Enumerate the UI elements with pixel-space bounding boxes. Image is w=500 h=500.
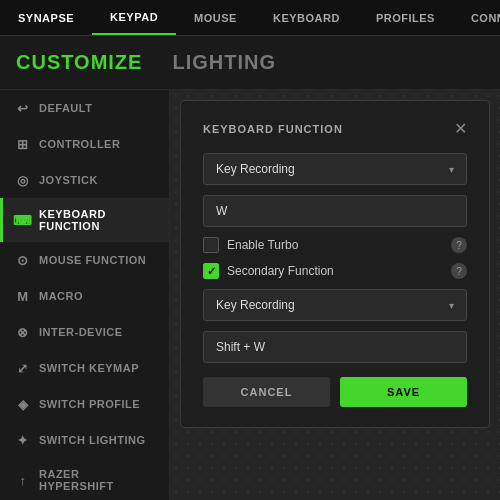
secondary-function-help-icon[interactable]: ? [451, 263, 467, 279]
default-icon: ↩ [15, 100, 31, 116]
key-input-field[interactable]: W [203, 195, 467, 227]
enable-turbo-label: Enable Turbo [227, 238, 443, 252]
secondary-key-input-field[interactable]: Shift + W [203, 331, 467, 363]
sidebar-item-default[interactable]: ↩ DEFAULT [0, 90, 169, 126]
sidebar-item-switch-profile[interactable]: ◈ SWITCH PROFILE [0, 386, 169, 422]
controller-icon: ⊞ [15, 136, 31, 152]
switch-profile-icon: ◈ [15, 396, 31, 412]
dropdown2-arrow-icon: ▾ [449, 300, 454, 311]
sidebar-label-switch-profile: SWITCH PROFILE [39, 398, 140, 410]
nav-item-connec[interactable]: CONNEC... [453, 0, 500, 35]
sidebar-label-controller: CONTROLLER [39, 138, 120, 150]
sidebar-label-default: DEFAULT [39, 102, 92, 114]
sidebar-label-inter-device: INTER-DEVICE [39, 326, 123, 338]
cancel-button[interactable]: CANCEL [203, 377, 330, 407]
sidebar-item-inter-device[interactable]: ⊗ INTER-DEVICE [0, 314, 169, 350]
sidebar-item-controller[interactable]: ⊞ CONTROLLER [0, 126, 169, 162]
switch-keymap-icon: ⤢ [15, 360, 31, 376]
mouse-function-icon: ⊙ [15, 252, 31, 268]
function-type-dropdown[interactable]: Key Recording ▾ [203, 153, 467, 185]
sidebar-label-switch-lighting: SWITCH LIGHTING [39, 434, 146, 446]
nav-item-keyboard[interactable]: KEYBOARD [255, 0, 358, 35]
nav-item-mouse[interactable]: MOUSE [176, 0, 255, 35]
razer-hypershift-icon: ↑ [15, 472, 31, 488]
dropdown2-value: Key Recording [216, 298, 295, 312]
joystick-icon: ◎ [15, 172, 31, 188]
panel-title: KEYBOARD FUNCTION [203, 123, 343, 135]
content-area: KEYBOARD FUNCTION ✕ Key Recording ▾ W En… [170, 90, 500, 500]
enable-turbo-help-icon[interactable]: ? [451, 237, 467, 253]
nav-item-synapse[interactable]: SYNAPSE [0, 0, 92, 35]
sidebar-label-keyboard-function: KEYBOARD FUNCTION [39, 208, 157, 232]
close-button[interactable]: ✕ [454, 121, 467, 137]
panel-header: KEYBOARD FUNCTION ✕ [203, 121, 467, 137]
sidebar-item-macro[interactable]: M MACRO [0, 278, 169, 314]
sidebar-item-switch-keymap[interactable]: ⤢ SWITCH KEYMAP [0, 350, 169, 386]
action-buttons: CANCEL SAVE [203, 377, 467, 407]
sidebar-label-razer-hypershift: RAZER HYPERSHIFT [39, 468, 157, 492]
sidebar-label-macro: MACRO [39, 290, 83, 302]
save-button[interactable]: SAVE [340, 377, 467, 407]
keyboard-function-icon: ⌨ [15, 212, 31, 228]
sidebar: ↩ DEFAULT ⊞ CONTROLLER ◎ JOYSTICK ⌨ KEYB… [0, 90, 170, 500]
sidebar-label-mouse-function: MOUSE FUNCTION [39, 254, 146, 266]
enable-turbo-row: Enable Turbo ? [203, 237, 467, 253]
sidebar-label-switch-keymap: SWITCH KEYMAP [39, 362, 139, 374]
secondary-function-label: Secondary Function [227, 264, 443, 278]
sidebar-item-mouse-function[interactable]: ⊙ MOUSE FUNCTION [0, 242, 169, 278]
subnav-lighting[interactable]: LIGHTING [172, 51, 276, 74]
sidebar-item-keyboard-function[interactable]: ⌨ KEYBOARD FUNCTION [0, 198, 169, 242]
sidebar-item-razer-hypershift[interactable]: ↑ RAZER HYPERSHIFT [0, 458, 169, 500]
nav-item-profiles[interactable]: PROFILES [358, 0, 453, 35]
dropdown1-value: Key Recording [216, 162, 295, 176]
main-layout: ↩ DEFAULT ⊞ CONTROLLER ◎ JOYSTICK ⌨ KEYB… [0, 90, 500, 500]
dropdown1-arrow-icon: ▾ [449, 164, 454, 175]
sidebar-label-joystick: JOYSTICK [39, 174, 98, 186]
nav-item-keypad[interactable]: KEYPAD [92, 0, 176, 35]
secondary-function-type-dropdown[interactable]: Key Recording ▾ [203, 289, 467, 321]
sidebar-item-switch-lighting[interactable]: ✦ SWITCH LIGHTING [0, 422, 169, 458]
sub-nav: CUSTOMIZE LIGHTING [0, 36, 500, 90]
sidebar-item-joystick[interactable]: ◎ JOYSTICK [0, 162, 169, 198]
checkmark-icon: ✓ [207, 265, 216, 278]
macro-icon: M [15, 288, 31, 304]
keyboard-function-panel: KEYBOARD FUNCTION ✕ Key Recording ▾ W En… [180, 100, 490, 428]
switch-lighting-icon: ✦ [15, 432, 31, 448]
top-nav: SYNAPSE KEYPAD MOUSE KEYBOARD PROFILES C… [0, 0, 500, 36]
enable-turbo-checkbox[interactable] [203, 237, 219, 253]
secondary-function-row: ✓ Secondary Function ? [203, 263, 467, 279]
secondary-function-checkbox[interactable]: ✓ [203, 263, 219, 279]
inter-device-icon: ⊗ [15, 324, 31, 340]
subnav-customize[interactable]: CUSTOMIZE [16, 51, 142, 74]
